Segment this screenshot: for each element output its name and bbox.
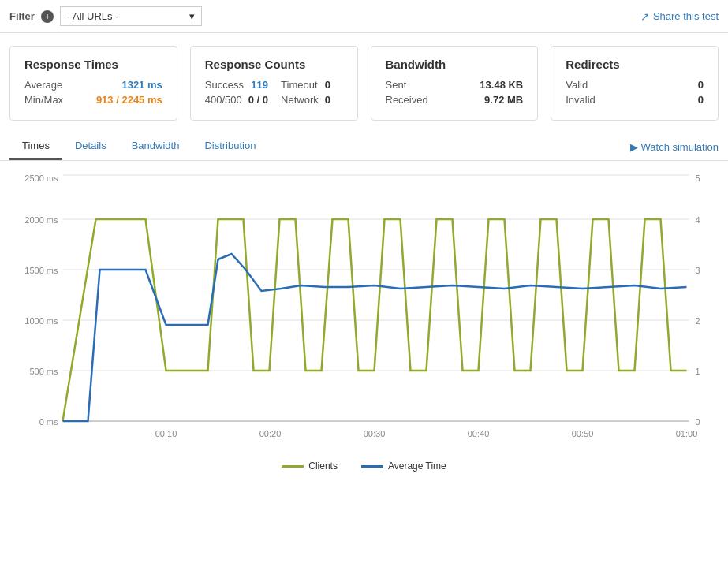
bandwidth-title: Bandwidth — [386, 58, 524, 71]
timeout-row: Timeout 0 — [281, 79, 330, 91]
invalid-value: 0 — [698, 94, 704, 106]
response-times-title: Response Times — [24, 58, 162, 71]
svg-text:1500 ms: 1500 ms — [24, 266, 58, 275]
network-row: Network 0 — [281, 94, 330, 106]
sent-label: Sent — [386, 79, 407, 91]
received-label: Received — [386, 94, 428, 106]
play-icon: ▶ — [630, 141, 638, 153]
tabs: Times Details Bandwidth Distribution — [9, 133, 268, 160]
svg-text:4: 4 — [696, 215, 700, 225]
average-label: Average — [24, 79, 62, 91]
response-times-card: Response Times Average 1321 ms Min/Max 9… — [9, 46, 177, 121]
svg-text:1: 1 — [696, 367, 700, 376]
timeout-label: Timeout — [281, 79, 317, 91]
clients-line-swatch — [282, 465, 304, 468]
svg-text:3: 3 — [696, 266, 700, 275]
chart-svg: 0 ms 500 ms 1000 ms 1500 ms 2000 ms 2500… — [9, 169, 719, 453]
valid-label: Valid — [566, 79, 588, 91]
svg-text:0: 0 — [696, 417, 700, 427]
minmax-value: 913 / 2245 ms — [96, 94, 162, 106]
svg-text:2: 2 — [696, 316, 700, 326]
tab-distribution[interactable]: Distribution — [192, 133, 268, 160]
network-value: 0 — [325, 94, 330, 106]
watch-simulation-button[interactable]: ▶ Watch simulation — [630, 141, 719, 153]
success-row: Success 119 — [205, 79, 268, 91]
legend-avg-time: Average Time — [361, 461, 446, 472]
svg-text:00:50: 00:50 — [572, 429, 594, 438]
success-label: Success — [205, 79, 244, 91]
avg-time-legend-label: Average Time — [388, 461, 446, 472]
response-counts-title: Response Counts — [205, 58, 343, 71]
timeout-value: 0 — [325, 79, 330, 91]
svg-text:500 ms: 500 ms — [29, 367, 58, 376]
errors-value: 0 / 0 — [248, 94, 268, 106]
share-link[interactable]: ↗ Share this test — [640, 10, 719, 23]
received-row: Received 9.72 MB — [386, 94, 524, 106]
tab-bandwidth[interactable]: Bandwidth — [119, 133, 192, 160]
svg-text:2500 ms: 2500 ms — [24, 173, 58, 183]
average-value: 1321 ms — [121, 79, 162, 91]
clients-legend-label: Clients — [308, 461, 338, 472]
average-row: Average 1321 ms — [24, 79, 162, 91]
share-icon: ↗ — [640, 10, 650, 23]
chart-container: 0 ms 500 ms 1000 ms 1500 ms 2000 ms 2500… — [0, 161, 728, 487]
svg-text:00:40: 00:40 — [468, 429, 490, 438]
valid-value: 0 — [698, 79, 704, 91]
redirects-title: Redirects — [566, 58, 704, 71]
tab-details[interactable]: Details — [62, 133, 119, 160]
svg-text:2000 ms: 2000 ms — [24, 215, 58, 225]
response-counts-card: Response Counts Success 119 400/500 0 / … — [190, 46, 358, 121]
filter-label: Filter — [9, 10, 35, 22]
url-select[interactable]: - All URLs - ▾ — [60, 6, 202, 26]
tabs-row: Times Details Bandwidth Distribution ▶ W… — [0, 133, 728, 161]
invalid-row: Invalid 0 — [566, 94, 704, 106]
tab-times[interactable]: Times — [9, 133, 62, 160]
network-label: Network — [281, 94, 319, 106]
sent-row: Sent 13.48 KB — [386, 79, 524, 91]
svg-text:00:30: 00:30 — [364, 429, 386, 438]
invalid-label: Invalid — [566, 94, 595, 106]
minmax-label: Min/Max — [24, 94, 63, 106]
errors-row: 400/500 0 / 0 — [205, 94, 268, 106]
legend-clients: Clients — [282, 461, 338, 472]
success-value: 119 — [251, 79, 268, 91]
svg-text:5: 5 — [696, 173, 700, 183]
dropdown-arrow-icon: ▾ — [189, 10, 195, 22]
top-bar: Filter i - All URLs - ▾ ↗ Share this tes… — [0, 0, 728, 33]
avg-time-line-swatch — [361, 465, 383, 468]
chart-legend: Clients Average Time — [9, 461, 719, 472]
filter-info-icon: i — [41, 10, 54, 23]
svg-text:00:20: 00:20 — [259, 429, 282, 438]
metrics-row: Response Times Average 1321 ms Min/Max 9… — [0, 33, 728, 133]
redirects-card: Redirects Valid 0 Invalid 0 — [551, 46, 719, 121]
valid-row: Valid 0 — [566, 79, 704, 91]
bandwidth-card: Bandwidth Sent 13.48 KB Received 9.72 MB — [371, 46, 539, 121]
svg-text:01:00: 01:00 — [676, 429, 698, 438]
chart-area: 0 ms 500 ms 1000 ms 1500 ms 2000 ms 2500… — [9, 169, 719, 453]
svg-text:00:10: 00:10 — [155, 429, 177, 438]
minmax-row: Min/Max 913 / 2245 ms — [24, 94, 162, 106]
svg-text:0 ms: 0 ms — [39, 417, 58, 427]
errors-label: 400/500 — [205, 94, 242, 106]
sent-value: 13.48 KB — [480, 79, 523, 91]
filter-area: Filter i - All URLs - ▾ — [9, 6, 202, 26]
svg-text:1000 ms: 1000 ms — [24, 316, 58, 326]
received-value: 9.72 MB — [484, 94, 523, 106]
